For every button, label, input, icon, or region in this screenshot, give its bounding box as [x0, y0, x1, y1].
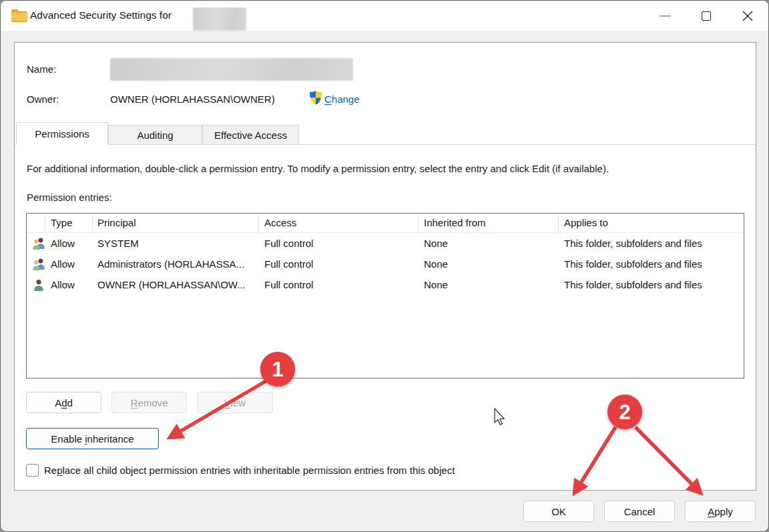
- redacted-folder-name: [193, 7, 246, 31]
- table-row[interactable]: Allow OWNER (HORLAHASSAN\OW... Full cont…: [27, 275, 744, 296]
- titlebar: Advanced Security Settings for: [1, 1, 768, 31]
- window-controls: [644, 1, 768, 31]
- maximize-button[interactable]: [686, 1, 727, 31]
- name-label: Name:: [27, 63, 56, 75]
- two-users-icon: [31, 236, 47, 252]
- owner-value: OWNER (HORLAHASSAN\OWNER): [110, 93, 275, 105]
- single-user-icon: [31, 277, 47, 293]
- change-owner-link[interactable]: Change: [324, 93, 360, 105]
- replace-permissions-label[interactable]: Replace all child object permission entr…: [44, 465, 455, 476]
- main-panel: Name: Owner: OWNER (HORLAHASSAN\OWNER) C…: [14, 42, 756, 491]
- tab-strip: Permissions Auditing Effective Access: [15, 123, 756, 145]
- apply-button[interactable]: Apply: [685, 501, 756, 522]
- replace-permissions-checkbox[interactable]: [26, 464, 39, 477]
- tab-permissions[interactable]: Permissions: [16, 122, 108, 145]
- permission-entries-label: Permission entries:: [27, 192, 112, 203]
- redacted-name-value: [110, 58, 353, 81]
- two-users-icon: [31, 256, 47, 272]
- info-text: For additional information, double-click…: [27, 163, 609, 174]
- table-row[interactable]: Allow Administrators (HORLAHASSA... Full…: [27, 254, 744, 275]
- minimize-icon: [660, 15, 671, 17]
- table-header: Type Principal Access Inherited from App…: [27, 214, 744, 233]
- maximize-icon: [702, 11, 711, 21]
- enable-inheritance-button[interactable]: Enable inheritance: [26, 428, 159, 449]
- permission-entries-table[interactable]: Type Principal Access Inherited from App…: [26, 213, 744, 378]
- owner-label: Owner:: [27, 93, 59, 105]
- advanced-security-settings-dialog: Advanced Security Settings for Name: Own…: [0, 0, 769, 532]
- close-button[interactable]: [727, 1, 768, 31]
- minimize-button[interactable]: [644, 1, 686, 31]
- tab-auditing[interactable]: Auditing: [108, 125, 202, 145]
- col-type[interactable]: Type: [51, 217, 73, 228]
- replace-permissions-row: Replace all child object permission entr…: [26, 464, 455, 477]
- table-row[interactable]: Allow SYSTEM Full control None This fold…: [27, 234, 744, 254]
- window-title: Advanced Security Settings for: [30, 9, 172, 21]
- col-applies-to[interactable]: Applies to: [564, 217, 608, 228]
- col-principal[interactable]: Principal: [97, 217, 136, 228]
- folder-icon: [11, 8, 28, 23]
- add-button[interactable]: Add: [26, 392, 101, 413]
- col-inherited-from[interactable]: Inherited from: [424, 217, 486, 228]
- ok-button[interactable]: OK: [523, 501, 594, 522]
- view-button[interactable]: View: [197, 392, 273, 413]
- cancel-button[interactable]: Cancel: [604, 501, 675, 522]
- close-icon: [742, 11, 753, 21]
- col-access[interactable]: Access: [264, 217, 296, 228]
- remove-button[interactable]: Remove: [111, 392, 187, 413]
- uac-shield-icon: [309, 90, 322, 105]
- tab-effective-access[interactable]: Effective Access: [202, 125, 299, 145]
